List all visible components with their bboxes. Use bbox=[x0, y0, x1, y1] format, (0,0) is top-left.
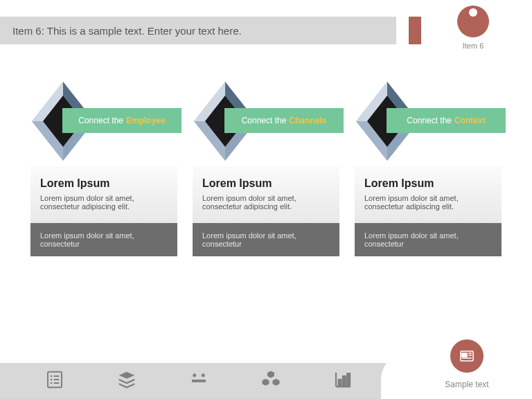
label-prefix: Connect the bbox=[242, 116, 287, 125]
label-highlight: Employee bbox=[126, 116, 166, 125]
cubes-icon bbox=[260, 369, 281, 393]
column-1: Connect the Employee Lorem Ipsum Lorem i… bbox=[30, 83, 177, 256]
footer-active-tab: Sample text bbox=[402, 352, 532, 399]
column-label-bar: Connect the Employee bbox=[62, 108, 181, 133]
card-title: Lorem Ipsum bbox=[40, 177, 168, 190]
card-footer: Lorem ipsum dolor sit amet, consectetur bbox=[30, 223, 177, 256]
card-title: Lorem Ipsum bbox=[202, 177, 330, 190]
slide-title: Item 6: This is a sample text. Enter you… bbox=[0, 17, 396, 44]
column-2: Connect the Channels Lorem Ipsum Lorem i… bbox=[193, 83, 339, 256]
card-footer: Lorem ipsum dolor sit amet, consectetur bbox=[355, 223, 502, 256]
badge-circle-icon bbox=[457, 6, 489, 37]
header-bar: Item 6: This is a sample text. Enter you… bbox=[0, 17, 532, 44]
card-footer: Lorem ipsum dolor sit amet, consectetur bbox=[193, 223, 339, 256]
svg-rect-26 bbox=[462, 353, 467, 357]
column-3: Connect the Context Lorem Ipsum Lorem ip… bbox=[355, 83, 502, 256]
meeting-icon bbox=[188, 369, 209, 393]
stack-icon bbox=[116, 369, 137, 393]
title-accent bbox=[409, 17, 421, 44]
svg-point-20 bbox=[202, 373, 205, 377]
card-text: Lorem ipsum dolor sit amet, consectetur … bbox=[364, 194, 492, 211]
item-badge: Item 6 bbox=[457, 6, 489, 50]
card-body: Lorem Ipsum Lorem ipsum dolor sit amet, … bbox=[30, 166, 177, 223]
card-title: Lorem Ipsum bbox=[364, 177, 492, 190]
svg-point-19 bbox=[193, 373, 196, 377]
column-label-bar: Connect the Channels bbox=[224, 108, 344, 133]
news-icon bbox=[459, 348, 475, 364]
card-body: Lorem Ipsum Lorem ipsum dolor sit amet, … bbox=[355, 166, 502, 223]
svg-rect-21 bbox=[192, 380, 206, 382]
bar-chart-icon bbox=[332, 369, 353, 393]
label-prefix: Connect the bbox=[78, 116, 123, 125]
hex-graphic: Connect the Context bbox=[355, 83, 502, 166]
card-text: Lorem ipsum dolor sit amet, consectetur … bbox=[202, 194, 330, 211]
hex-graphic: Connect the Channels bbox=[193, 83, 339, 166]
checklist-icon bbox=[44, 369, 65, 393]
badge-label: Item 6 bbox=[457, 42, 489, 50]
label-prefix: Connect the bbox=[407, 116, 452, 125]
svg-rect-23 bbox=[343, 376, 346, 387]
label-highlight: Channels bbox=[289, 116, 326, 125]
footer-icons bbox=[44, 369, 353, 393]
svg-rect-24 bbox=[347, 373, 350, 387]
columns-container: Connect the Employee Lorem Ipsum Lorem i… bbox=[30, 83, 502, 256]
label-highlight: Context bbox=[454, 116, 486, 125]
hex-graphic: Connect the Employee bbox=[30, 83, 177, 166]
svg-rect-22 bbox=[339, 380, 342, 387]
card-text: Lorem ipsum dolor sit amet, consectetur … bbox=[40, 194, 168, 211]
column-label-bar: Connect the Context bbox=[387, 108, 506, 133]
footer-tab-label: Sample text bbox=[445, 380, 488, 389]
footer-tab-circle bbox=[450, 339, 484, 373]
card-body: Lorem Ipsum Lorem ipsum dolor sit amet, … bbox=[193, 166, 339, 223]
